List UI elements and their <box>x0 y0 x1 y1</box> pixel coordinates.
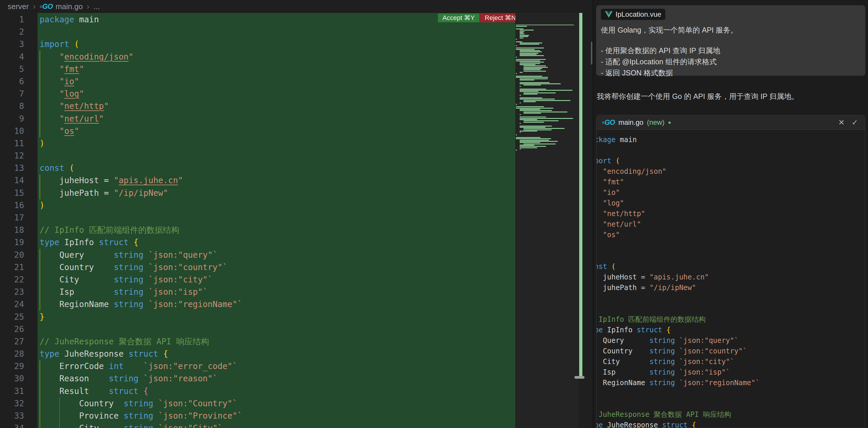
panel-code-line: City string `json:"city"` <box>596 356 865 367</box>
bullet-item: - 适配 @IpLocation 组件的请求格式 <box>601 56 861 67</box>
accept-code-icon[interactable]: ✓ <box>850 118 860 127</box>
minimap-line <box>516 45 517 46</box>
minimap-line <box>520 78 548 79</box>
unsaved-dot-icon: ● <box>668 119 671 126</box>
minimap-line <box>516 49 535 50</box>
line-number: 5 <box>0 63 24 76</box>
minimap-line <box>520 103 521 103</box>
minimap-line <box>520 132 521 133</box>
line-number: 7 <box>0 88 24 100</box>
code-line: City string `json:"City"` <box>39 422 242 428</box>
minimap-line <box>516 108 553 109</box>
minimap-line <box>520 118 573 119</box>
panel-code-line <box>596 304 865 314</box>
minimap-line <box>520 110 552 111</box>
line-number: 30 <box>0 372 24 385</box>
minimap-line <box>520 53 538 54</box>
indent-guide <box>39 361 40 428</box>
code-line: Result struct { <box>39 385 242 397</box>
panel-code-line: "io" <box>596 187 865 198</box>
panel-code-line: juhePath = "/ip/ipNew" <box>596 282 865 293</box>
code-line: // JuheResponse 聚合数据 API 响应结构 <box>39 336 242 348</box>
panel-code-line <box>596 145 865 155</box>
minimap-line <box>520 35 529 36</box>
line-number: 32 <box>0 397 24 410</box>
code-card-content: package mainimport ( "encoding/json" "fm… <box>596 135 865 428</box>
panel-code-line: "log" <box>596 198 865 208</box>
code-card-body[interactable]: package mainimport ( "encoding/json" "fm… <box>596 130 865 428</box>
panel-code-line: const ( <box>596 261 865 272</box>
line-number: 6 <box>0 76 24 88</box>
chat-scrollbar-thumb[interactable] <box>591 42 592 64</box>
code-card-status: (new) <box>647 118 664 126</box>
code-line <box>39 323 242 336</box>
line-number: 15 <box>0 187 24 199</box>
minimap-line <box>520 55 544 56</box>
code-line: Country string `json:"country"` <box>39 261 242 274</box>
reject-code-icon[interactable]: ✕ <box>836 118 846 127</box>
assistant-message-text: 我将帮你创建一个使用 Go 的 API 服务，用于查询 IP 归属地。 <box>597 92 864 101</box>
reject-button[interactable]: Reject ⌘N <box>480 13 521 22</box>
minimap-line <box>520 127 546 128</box>
minimap-line <box>516 77 548 78</box>
minimap-line <box>523 85 541 85</box>
line-number: 27 <box>0 336 24 348</box>
breadcrumb-file[interactable]: main.go <box>56 2 83 11</box>
line-number: 10 <box>0 125 24 137</box>
code-card-filename[interactable]: main.go <box>618 118 643 126</box>
code-line: "encoding/json" <box>39 51 242 63</box>
line-number: 17 <box>0 212 24 224</box>
code-line: juhePath = "/ip/ipNew" <box>39 187 242 199</box>
minimap-line <box>523 68 542 69</box>
accept-button[interactable]: Accept ⌘Y <box>438 13 479 22</box>
code-line: package main <box>39 13 242 26</box>
attached-file-chip[interactable]: IpLocation.vue <box>601 9 665 20</box>
minimap-line <box>520 31 524 32</box>
minimap-line <box>520 36 528 37</box>
go-file-icon: ≡GO <box>39 2 53 10</box>
line-number: 1 <box>0 13 24 26</box>
minimap-line <box>516 60 540 61</box>
panel-code-line: RegionName string `json:"regionName"` <box>596 377 865 388</box>
code-line: Province string `json:"Province"` <box>39 410 242 422</box>
code-line <box>39 212 242 224</box>
minimap-line <box>520 62 544 62</box>
panel-code-line: "os" <box>596 230 865 240</box>
code-line <box>39 26 242 38</box>
line-number: 12 <box>0 150 24 162</box>
editor-scrollbar-thumb[interactable] <box>575 376 584 379</box>
minimap-line <box>520 145 534 146</box>
minimap[interactable] <box>515 13 578 428</box>
line-number: 26 <box>0 323 24 336</box>
line-number: 24 <box>0 298 24 311</box>
minimap-line <box>520 141 558 142</box>
panel-code-line: // IpInfo 匹配前端组件的数据结构 <box>596 314 865 325</box>
minimap-line <box>516 73 517 74</box>
minimap-line <box>520 64 535 65</box>
minimap-line <box>520 91 538 92</box>
minimap-line <box>516 57 517 58</box>
minimap-line <box>520 30 534 31</box>
code-line: juheHost = "apis.juhe.cn" <box>39 174 242 187</box>
breadcrumb-more[interactable]: ... <box>94 2 100 11</box>
minimap-line <box>520 126 552 126</box>
code-line: type JuheResponse struct { <box>39 348 242 360</box>
line-number: 28 <box>0 348 24 360</box>
code-line: "net/url" <box>39 113 242 125</box>
line-number: 31 <box>0 385 24 397</box>
code-editor[interactable]: 1234567891011121314151617181920212223242… <box>0 13 593 428</box>
code-line: ErrorCode int `json:"error_code"` <box>39 360 242 372</box>
code-line: Country string `json:"Country"` <box>39 397 242 410</box>
minimap-line <box>520 51 542 52</box>
user-message-card: IpLocation.vue 使用 Golang，实现一个简单的 API 服务。… <box>596 5 865 76</box>
code-line: City string `json:"city"` <box>39 274 242 286</box>
go-file-icon: ≡GO <box>602 118 615 126</box>
line-number: 20 <box>0 249 24 261</box>
minimap-line <box>516 41 522 42</box>
breadcrumb-folder[interactable]: server <box>8 2 29 11</box>
minimap-line <box>520 117 546 117</box>
minimap-line <box>520 148 521 149</box>
minimap-line <box>520 82 550 83</box>
assistant-chat-panel: IpLocation.vue 使用 Golang，实现一个简单的 API 服务。… <box>593 0 868 428</box>
overview-ruler-added-marker <box>579 13 582 379</box>
